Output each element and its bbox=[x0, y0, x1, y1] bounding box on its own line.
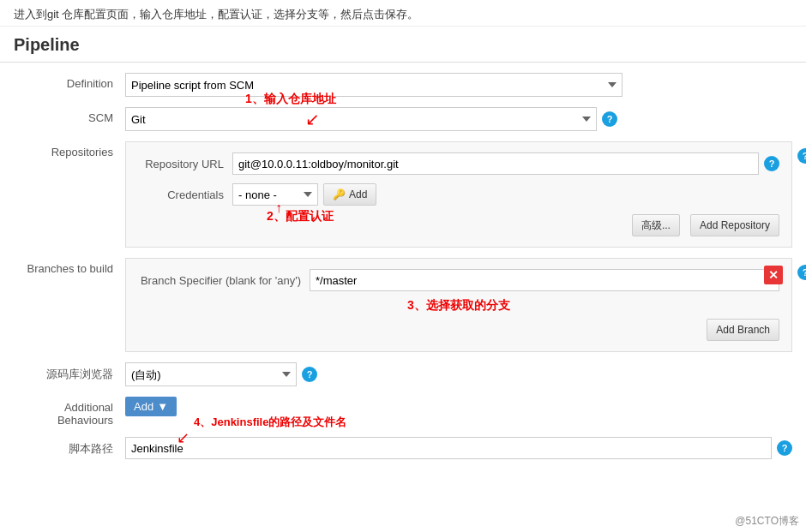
script-path-control: ? 4、Jenkinsfile的路径及文件名 ↙ bbox=[125, 437, 792, 459]
repo-url-help-icon[interactable]: ? bbox=[764, 156, 779, 171]
repo-url-row: Repository URL ? bbox=[138, 152, 779, 175]
page-title: Pipeline bbox=[0, 27, 806, 63]
credentials-label: Credentials bbox=[138, 188, 232, 201]
annotation-4-arrow: ↙ bbox=[177, 428, 189, 447]
scm-row: SCM Git 1、输入仓库地址 ↙ ? bbox=[14, 107, 792, 131]
annotation-4: 4、Jenkinsfile的路径及文件名 bbox=[194, 415, 346, 430]
pipeline-form: Definition Pipeline script from SCM SCM … bbox=[0, 63, 806, 480]
repo-url-label: Repository URL bbox=[138, 158, 232, 170]
add-credentials-button[interactable]: 🔑 Add bbox=[323, 183, 376, 206]
additional-behaviours-label: Additional Behaviours bbox=[14, 397, 125, 427]
branches-help-icon[interactable]: ? bbox=[797, 265, 806, 280]
branch-specifier-input[interactable] bbox=[310, 269, 779, 291]
branches-row: Branches to build ✕ Branch Specifier (bl… bbox=[14, 258, 792, 352]
watermark: @51CTO博客 bbox=[735, 514, 799, 529]
source-browser-help-icon[interactable]: ? bbox=[302, 367, 317, 382]
repositories-help-icon[interactable]: ? bbox=[797, 148, 806, 164]
scm-help-icon[interactable]: ? bbox=[602, 111, 617, 127]
definition-label: Definition bbox=[14, 73, 125, 90]
add-branch-button[interactable]: Add Branch bbox=[707, 319, 779, 341]
annotation-1: 1、输入仓库地址 bbox=[245, 92, 336, 107]
branches-label: Branches to build bbox=[14, 258, 125, 275]
source-browser-label: 源码库浏览器 bbox=[14, 362, 125, 382]
source-browser-select[interactable]: (自动) bbox=[125, 362, 297, 386]
delete-branch-button[interactable]: ✕ bbox=[764, 266, 783, 284]
definition-control: Pipeline script from SCM bbox=[125, 73, 792, 97]
branches-block: ✕ Branch Specifier (blank for 'any') 3、选… bbox=[125, 258, 792, 352]
script-path-row: 脚本路径 ? 4、Jenkinsfile的路径及文件名 ↙ bbox=[14, 437, 792, 459]
additional-behaviours-row: Additional Behaviours Add ▼ bbox=[14, 397, 792, 427]
repositories-control: Repository URL ? Credentials - none - bbox=[125, 141, 792, 248]
definition-select[interactable]: Pipeline script from SCM bbox=[125, 73, 623, 97]
script-path-help-icon[interactable]: ? bbox=[777, 440, 792, 456]
add-behaviour-button[interactable]: Add ▼ bbox=[125, 397, 177, 416]
repo-url-input[interactable] bbox=[232, 152, 759, 175]
repositories-label: Repositories bbox=[14, 141, 125, 158]
additional-behaviours-control: Add ▼ bbox=[125, 397, 792, 416]
annotation-2-arrow: ↑ bbox=[275, 200, 282, 216]
branch-specifier-row: Branch Specifier (blank for 'any') bbox=[138, 269, 779, 291]
scm-control: Git 1、输入仓库地址 ↙ ? bbox=[125, 107, 792, 131]
repositories-row: Repositories Repository URL ? bbox=[14, 141, 792, 248]
scm-select[interactable]: Git bbox=[125, 107, 597, 131]
credentials-row: Credentials - none - 🔑 Add 2、配置认证 bbox=[138, 183, 779, 206]
add-repository-button[interactable]: Add Repository bbox=[690, 214, 779, 236]
dropdown-chevron-icon: ▼ bbox=[157, 400, 168, 413]
source-browser-row: 源码库浏览器 (自动) ? bbox=[14, 362, 792, 386]
annotation-3-block: 3、选择获取的分支 bbox=[138, 298, 779, 314]
repo-buttons-row: 高级... Add Repository bbox=[138, 214, 779, 236]
add-branch-buttons-row: Add Branch bbox=[138, 319, 779, 341]
branch-specifier-label: Branch Specifier (blank for 'any') bbox=[138, 274, 310, 287]
script-path-input[interactable] bbox=[125, 437, 772, 459]
repositories-block: Repository URL ? Credentials - none - bbox=[125, 141, 792, 248]
scm-label: SCM bbox=[14, 107, 125, 124]
definition-row: Definition Pipeline script from SCM bbox=[14, 73, 792, 97]
top-note: 进入到git 仓库配置页面，输入仓库地址，配置认证，选择分支等，然后点击保存。 bbox=[0, 0, 806, 27]
script-path-label: 脚本路径 bbox=[14, 437, 125, 457]
annotation-3: 3、选择获取的分支 bbox=[407, 298, 510, 312]
advanced-button[interactable]: 高级... bbox=[632, 214, 680, 236]
branches-control: ✕ Branch Specifier (blank for 'any') 3、选… bbox=[125, 258, 792, 352]
key-icon: 🔑 bbox=[333, 188, 346, 200]
source-browser-control: (自动) ? bbox=[125, 362, 792, 386]
